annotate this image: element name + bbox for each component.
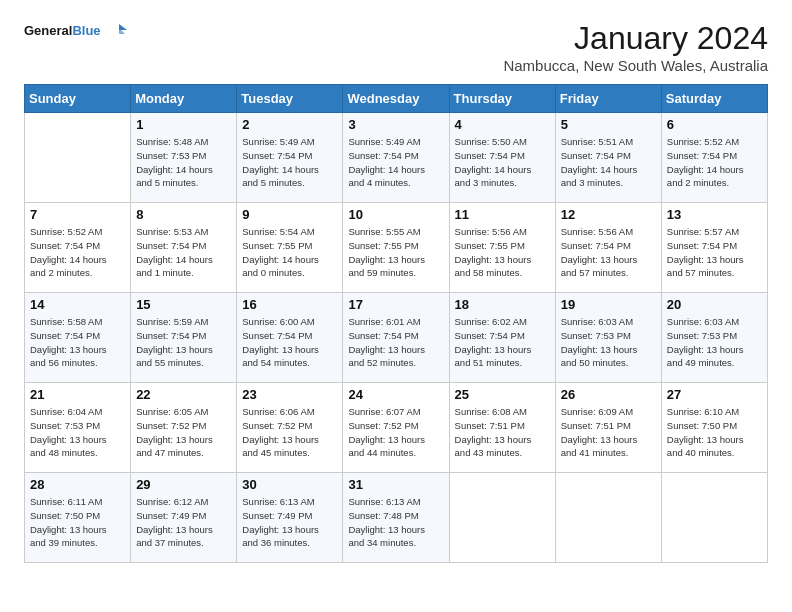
day-number: 25 (455, 387, 550, 402)
day-info-line: Sunrise: 6:11 AM (30, 496, 102, 507)
day-number: 31 (348, 477, 443, 492)
calendar-cell: 28Sunrise: 6:11 AMSunset: 7:50 PMDayligh… (25, 473, 131, 563)
day-number: 4 (455, 117, 550, 132)
day-number: 23 (242, 387, 337, 402)
day-number: 5 (561, 117, 656, 132)
day-info-line: Sunset: 7:54 PM (242, 150, 312, 161)
day-info-line: and 54 minutes. (242, 357, 310, 368)
calendar-cell: 12Sunrise: 5:56 AMSunset: 7:54 PMDayligh… (555, 203, 661, 293)
calendar-cell: 19Sunrise: 6:03 AMSunset: 7:53 PMDayligh… (555, 293, 661, 383)
day-info-line: Sunset: 7:54 PM (667, 150, 737, 161)
day-number: 19 (561, 297, 656, 312)
day-info-line: and 5 minutes. (242, 177, 304, 188)
calendar-cell: 29Sunrise: 6:12 AMSunset: 7:49 PMDayligh… (131, 473, 237, 563)
day-info-line: Daylight: 14 hours (348, 164, 425, 175)
day-number: 21 (30, 387, 125, 402)
calendar-day-header: Saturday (661, 85, 767, 113)
day-info-line: Sunrise: 6:07 AM (348, 406, 420, 417)
day-info-line: and 49 minutes. (667, 357, 735, 368)
calendar-cell (449, 473, 555, 563)
day-info: Sunrise: 5:51 AMSunset: 7:54 PMDaylight:… (561, 135, 656, 190)
day-info-line: Daylight: 13 hours (561, 344, 638, 355)
calendar-day-header: Wednesday (343, 85, 449, 113)
calendar-cell: 31Sunrise: 6:13 AMSunset: 7:48 PMDayligh… (343, 473, 449, 563)
day-number: 14 (30, 297, 125, 312)
calendar-cell: 11Sunrise: 5:56 AMSunset: 7:55 PMDayligh… (449, 203, 555, 293)
day-info-line: Sunset: 7:48 PM (348, 510, 418, 521)
day-info-line: Sunset: 7:55 PM (242, 240, 312, 251)
day-info-line: Sunset: 7:54 PM (667, 240, 737, 251)
logo-general: GeneralBlue (24, 24, 101, 38)
day-info: Sunrise: 6:08 AMSunset: 7:51 PMDaylight:… (455, 405, 550, 460)
calendar-cell: 21Sunrise: 6:04 AMSunset: 7:53 PMDayligh… (25, 383, 131, 473)
day-info-line: and 41 minutes. (561, 447, 629, 458)
day-info-line: Daylight: 13 hours (30, 524, 107, 535)
day-info: Sunrise: 6:06 AMSunset: 7:52 PMDaylight:… (242, 405, 337, 460)
day-info: Sunrise: 6:10 AMSunset: 7:50 PMDaylight:… (667, 405, 762, 460)
day-info-line: Sunrise: 5:49 AM (348, 136, 420, 147)
day-number: 16 (242, 297, 337, 312)
day-number: 8 (136, 207, 231, 222)
day-info-line: Sunrise: 6:04 AM (30, 406, 102, 417)
day-info: Sunrise: 5:49 AMSunset: 7:54 PMDaylight:… (242, 135, 337, 190)
day-info-line: Sunrise: 6:03 AM (561, 316, 633, 327)
calendar-day-header: Monday (131, 85, 237, 113)
day-info-line: Sunset: 7:54 PM (561, 150, 631, 161)
day-number: 30 (242, 477, 337, 492)
calendar-cell: 20Sunrise: 6:03 AMSunset: 7:53 PMDayligh… (661, 293, 767, 383)
day-number: 6 (667, 117, 762, 132)
day-info-line: Daylight: 13 hours (348, 254, 425, 265)
calendar-day-header: Thursday (449, 85, 555, 113)
calendar-cell: 14Sunrise: 5:58 AMSunset: 7:54 PMDayligh… (25, 293, 131, 383)
day-number: 10 (348, 207, 443, 222)
day-info: Sunrise: 6:00 AMSunset: 7:54 PMDaylight:… (242, 315, 337, 370)
day-info: Sunrise: 6:07 AMSunset: 7:52 PMDaylight:… (348, 405, 443, 460)
day-info: Sunrise: 6:01 AMSunset: 7:54 PMDaylight:… (348, 315, 443, 370)
calendar-cell: 24Sunrise: 6:07 AMSunset: 7:52 PMDayligh… (343, 383, 449, 473)
day-info: Sunrise: 5:52 AMSunset: 7:54 PMDaylight:… (30, 225, 125, 280)
day-info-line: Daylight: 14 hours (136, 254, 213, 265)
day-info-line: Daylight: 13 hours (136, 434, 213, 445)
day-number: 12 (561, 207, 656, 222)
day-info: Sunrise: 6:13 AMSunset: 7:49 PMDaylight:… (242, 495, 337, 550)
day-info-line: Daylight: 14 hours (455, 164, 532, 175)
day-info-line: Sunrise: 5:52 AM (30, 226, 102, 237)
calendar-cell: 17Sunrise: 6:01 AMSunset: 7:54 PMDayligh… (343, 293, 449, 383)
day-info: Sunrise: 5:56 AMSunset: 7:55 PMDaylight:… (455, 225, 550, 280)
day-info-line: Sunrise: 5:57 AM (667, 226, 739, 237)
calendar-cell (661, 473, 767, 563)
day-info-line: Sunrise: 6:05 AM (136, 406, 208, 417)
day-info-line: and 59 minutes. (348, 267, 416, 278)
day-info: Sunrise: 6:02 AMSunset: 7:54 PMDaylight:… (455, 315, 550, 370)
day-info-line: Sunrise: 5:56 AM (561, 226, 633, 237)
day-number: 18 (455, 297, 550, 312)
day-info-line: Sunrise: 6:12 AM (136, 496, 208, 507)
day-info: Sunrise: 6:12 AMSunset: 7:49 PMDaylight:… (136, 495, 231, 550)
calendar-cell (555, 473, 661, 563)
day-info-line: Daylight: 13 hours (30, 434, 107, 445)
day-info-line: Daylight: 13 hours (455, 344, 532, 355)
calendar-week-row: 1Sunrise: 5:48 AMSunset: 7:53 PMDaylight… (25, 113, 768, 203)
day-info-line: Sunset: 7:54 PM (455, 330, 525, 341)
day-info-line: Sunset: 7:54 PM (30, 240, 100, 251)
page-header: GeneralBlue January 2024 Nambucca, New S… (24, 20, 768, 74)
day-info-line: and 56 minutes. (30, 357, 98, 368)
day-info-line: Sunset: 7:49 PM (242, 510, 312, 521)
day-info: Sunrise: 6:03 AMSunset: 7:53 PMDaylight:… (667, 315, 762, 370)
calendar-cell: 8Sunrise: 5:53 AMSunset: 7:54 PMDaylight… (131, 203, 237, 293)
day-info-line: Sunrise: 6:08 AM (455, 406, 527, 417)
day-info-line: Sunset: 7:53 PM (667, 330, 737, 341)
calendar-cell: 2Sunrise: 5:49 AMSunset: 7:54 PMDaylight… (237, 113, 343, 203)
day-info: Sunrise: 5:52 AMSunset: 7:54 PMDaylight:… (667, 135, 762, 190)
day-info-line: and 36 minutes. (242, 537, 310, 548)
day-info-line: Sunrise: 5:50 AM (455, 136, 527, 147)
calendar-day-header: Sunday (25, 85, 131, 113)
day-number: 24 (348, 387, 443, 402)
day-info-line: Sunset: 7:53 PM (30, 420, 100, 431)
title-section: January 2024 Nambucca, New South Wales, … (503, 20, 768, 74)
day-info-line: Sunrise: 5:48 AM (136, 136, 208, 147)
day-info-line: and 4 minutes. (348, 177, 410, 188)
day-number: 9 (242, 207, 337, 222)
day-info-line: Sunset: 7:52 PM (242, 420, 312, 431)
day-info-line: Sunset: 7:50 PM (667, 420, 737, 431)
